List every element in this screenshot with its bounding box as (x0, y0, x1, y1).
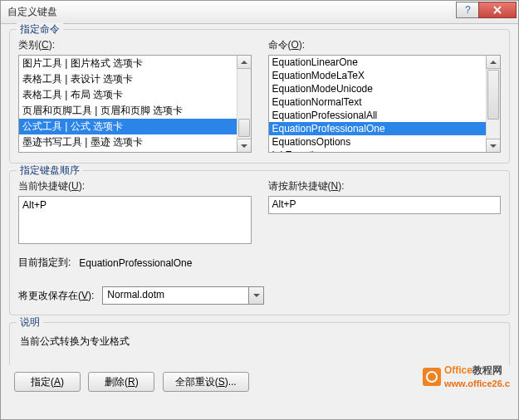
save-in-value: Normal.dotm (103, 287, 248, 304)
group-specify-command: 指定命令 类别(C): 图片工具 | 图片格式 选项卡表格工具 | 表设计 选项… (9, 29, 510, 164)
scroll-up-icon[interactable] (486, 55, 501, 69)
new-key-input[interactable]: Alt+P (268, 196, 502, 214)
logo-icon (423, 368, 441, 386)
new-key-label: 请按新快捷键(N): (268, 179, 502, 193)
scrollbar[interactable] (486, 56, 500, 152)
list-item[interactable]: 页眉和页脚工具 | 页眉和页脚 选项卡 (19, 103, 251, 119)
list-item[interactable]: EquationProfessionalOne (269, 122, 501, 135)
group-legend: 说明 (17, 315, 43, 330)
save-in-combobox[interactable]: Normal.dotm (102, 286, 264, 305)
list-item[interactable]: EquationProfessionalAll (269, 109, 501, 122)
list-item[interactable]: 图形工具 | 图形格式 选项卡 (19, 150, 251, 153)
description-text: 当前公式转换为专业格式 (18, 331, 501, 357)
list-item[interactable]: 墨迹书写工具 | 墨迹 选项卡 (19, 134, 251, 150)
svg-text:?: ? (465, 5, 471, 15)
new-key-value: Alt+P (272, 198, 296, 210)
scroll-thumb[interactable] (238, 119, 250, 137)
reset-all-button[interactable]: 全部重设(S)... (163, 372, 249, 392)
list-item[interactable]: EquationModeLaTeX (269, 69, 501, 82)
titlebar: 自定义键盘 ? (1, 1, 518, 24)
window-title: 自定义键盘 (7, 5, 457, 19)
scrollbar[interactable] (237, 56, 251, 152)
help-button[interactable]: ? (456, 2, 479, 18)
dialog-content: 指定命令 类别(C): 图片工具 | 图片格式 选项卡表格工具 | 表设计 选项… (1, 24, 518, 398)
list-item[interactable]: InkEquation (269, 149, 501, 153)
list-item[interactable]: EquationLinearOne (269, 56, 501, 69)
commands-listbox[interactable]: EquationLinearOneEquationModeLaTeXEquati… (268, 55, 502, 153)
list-item[interactable]: EquationNormalText (269, 95, 501, 109)
assigned-to-label: 目前指定到: (18, 256, 71, 270)
group-description: 说明 当前公式转换为专业格式 (9, 322, 510, 365)
dialog-window: 自定义键盘 ? 指定命令 类别(C): 图片工具 | 图片格式 选项卡表格工具 … (0, 0, 519, 420)
current-keys-label: 当前快捷键(U): (18, 179, 252, 193)
remove-button[interactable]: 删除(R) (88, 372, 154, 392)
assign-button[interactable]: 指定(A) (14, 372, 81, 392)
save-in-label: 将更改保存在(V): (18, 289, 94, 303)
watermark: Office教程网 www.office26.c (423, 364, 510, 389)
list-item[interactable]: 表格工具 | 表设计 选项卡 (19, 71, 251, 87)
current-keys-listbox[interactable]: Alt+P (18, 196, 252, 244)
group-legend: 指定命令 (17, 22, 63, 37)
scroll-thumb[interactable] (487, 70, 499, 120)
group-legend: 指定键盘顺序 (17, 164, 83, 178)
scroll-down-icon[interactable] (237, 139, 252, 153)
window-buttons: ? (457, 2, 517, 18)
list-item[interactable]: EquationsOptions (269, 135, 501, 149)
scroll-up-icon[interactable] (237, 55, 252, 69)
commands-column: 命令(O): EquationLinearOneEquationModeLaTe… (268, 38, 502, 153)
chevron-down-icon[interactable] (248, 287, 263, 304)
group-keyboard-sequence: 指定键盘顺序 当前快捷键(U): Alt+P 请按新快捷键(N): Alt+P (9, 170, 510, 315)
list-item[interactable]: 图片工具 | 图片格式 选项卡 (19, 56, 251, 71)
list-item[interactable]: 表格工具 | 布局 选项卡 (19, 87, 251, 103)
scroll-down-icon[interactable] (486, 139, 501, 153)
commands-label: 命令(O): (268, 38, 502, 52)
categories-listbox[interactable]: 图片工具 | 图片格式 选项卡表格工具 | 表设计 选项卡表格工具 | 布局 选… (18, 55, 252, 153)
categories-label: 类别(C): (18, 38, 252, 52)
current-keys-value: Alt+P (22, 199, 47, 211)
list-item[interactable]: EquationModeUnicode (269, 82, 501, 95)
assigned-to-value: EquationProfessionalOne (79, 257, 192, 269)
categories-column: 类别(C): 图片工具 | 图片格式 选项卡表格工具 | 表设计 选项卡表格工具… (18, 38, 252, 153)
close-button[interactable] (478, 2, 517, 18)
list-item[interactable]: 公式工具 | 公式 选项卡 (19, 119, 251, 134)
